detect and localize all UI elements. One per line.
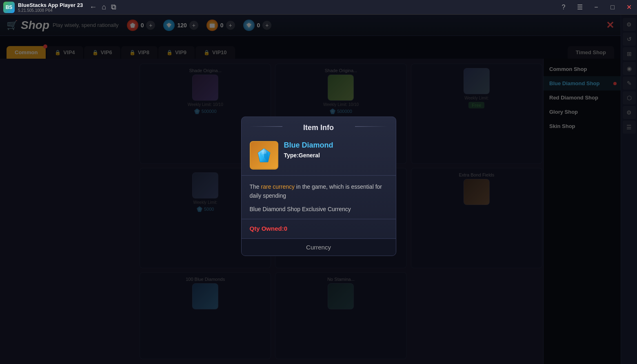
qty-owned-label: Qty Owned: bbox=[250, 225, 284, 232]
maximize-button[interactable]: □ bbox=[608, 2, 617, 12]
qty-owned-value: 0 bbox=[284, 225, 287, 232]
desc-pre: The bbox=[250, 183, 261, 190]
item-icon-box bbox=[250, 141, 278, 169]
item-info-modal: Item Info bbox=[241, 116, 396, 256]
item-name: Blue Diamond bbox=[284, 141, 333, 149]
item-details: Blue Diamond Type:General bbox=[284, 141, 333, 158]
modal-description-section: The rare currency in the game, which is … bbox=[242, 175, 396, 219]
modal-title: Item Info bbox=[242, 117, 396, 136]
description-secondary: Blue Diamond Shop Exclusive Currency bbox=[250, 206, 388, 212]
app-name: BlueStacks App Player 23 bbox=[18, 2, 83, 8]
qty-owned: Qty Owned:0 bbox=[250, 225, 388, 232]
close-window-button[interactable]: ✕ bbox=[624, 2, 634, 12]
app-logo: BS bbox=[3, 2, 15, 13]
back-button[interactable]: ← bbox=[89, 3, 97, 11]
titlebar-nav: ← ⌂ ⧉ bbox=[89, 3, 116, 11]
modal-category[interactable]: Currency bbox=[242, 239, 396, 256]
help-button[interactable]: ? bbox=[559, 2, 568, 12]
modal-footer-section: Qty Owned:0 bbox=[242, 219, 396, 239]
app-version: 5.21.505.1008 P64 bbox=[18, 8, 83, 13]
item-type-label: Type: bbox=[284, 152, 299, 158]
blue-diamond-gem bbox=[255, 146, 273, 164]
app-title-block: BlueStacks App Player 23 5.21.505.1008 P… bbox=[18, 2, 83, 13]
item-type: Type:General bbox=[284, 152, 333, 158]
desc-highlight: rare currency bbox=[261, 183, 295, 190]
window-controls: ? ☰ − □ ✕ bbox=[559, 2, 634, 12]
minimize-button[interactable]: − bbox=[591, 2, 601, 12]
home-button[interactable]: ⌂ bbox=[102, 3, 106, 11]
item-type-value: General bbox=[299, 152, 320, 158]
titlebar: BS BlueStacks App Player 23 5.21.505.100… bbox=[0, 0, 637, 15]
modal-item-section: Blue Diamond Type:General bbox=[242, 136, 396, 175]
menu-button[interactable]: ☰ bbox=[575, 2, 585, 12]
description-main: The rare currency in the game, which is … bbox=[250, 182, 388, 200]
multi-window-button[interactable]: ⧉ bbox=[111, 3, 116, 11]
